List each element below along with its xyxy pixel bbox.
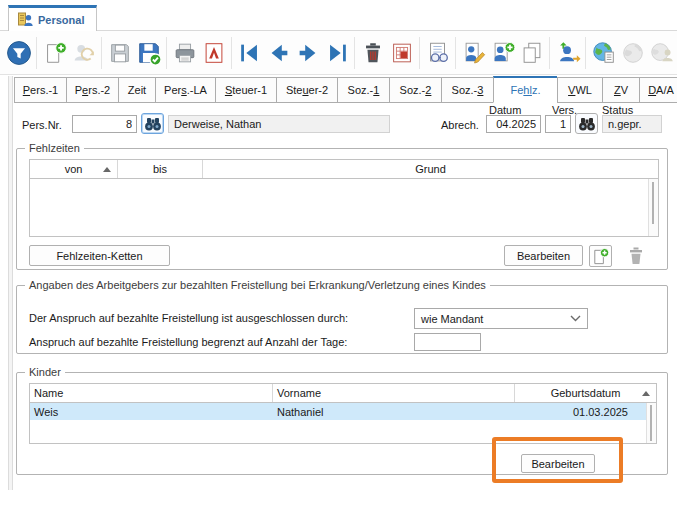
anzahl-tage-label: Anspruch auf bezahlte Freistellung begre…	[29, 336, 347, 348]
tab-soz1[interactable]: Soz.-1	[337, 77, 389, 103]
tab-label: Pers.-2	[75, 84, 110, 96]
tab-label: Soz.-2	[400, 84, 432, 96]
column-label: Grund	[415, 163, 446, 175]
tab-zv[interactable]: ZV	[602, 77, 639, 103]
fehlzeiten-bearbeiten-button[interactable]: Bearbeiten	[504, 245, 583, 266]
pers-nr-input[interactable]	[72, 115, 137, 133]
personnel-icon	[17, 11, 33, 29]
anzahl-tage-input[interactable]	[414, 333, 481, 351]
tab-pers2[interactable]: Pers.-2	[66, 77, 118, 103]
toolbar-nav-prev-button[interactable]	[264, 37, 293, 69]
tab-persla[interactable]: Pers.-LA	[155, 77, 215, 103]
table-row[interactable]: WeisNathaniel01.03.2025	[30, 403, 656, 420]
table-cell: Nathaniel	[273, 403, 515, 420]
tab-label: Fehlz.	[511, 84, 541, 96]
toolbar-save-checked-button[interactable]	[134, 37, 163, 69]
column-header-von[interactable]: von	[30, 160, 118, 178]
tab-soz3[interactable]: Soz.-3	[441, 77, 493, 103]
toolbar-save-button	[105, 37, 134, 69]
toolbar-nav-last-button[interactable]	[322, 37, 351, 69]
ausgeschlossen-label: Der Anspruch auf bezahlte Freistellung i…	[29, 312, 348, 324]
tab-steuer1[interactable]: Steuer-1	[215, 77, 276, 103]
employee-search-button[interactable]	[141, 113, 164, 134]
abrechnung-version-input[interactable]	[545, 115, 571, 133]
toolbar-print-button[interactable]	[170, 37, 199, 69]
column-label: Vorname	[277, 387, 321, 399]
add-fehlzeit-button[interactable]	[589, 245, 612, 267]
tab-label: Steuer-1	[225, 84, 267, 96]
toolbar-nav-first-button[interactable]	[235, 37, 264, 69]
page-tabstrip: Pers.-1Pers.-2ZeitPers.-LASteuer-1Steuer…	[14, 76, 677, 103]
fehlzeiten-scrollbar[interactable]	[648, 179, 658, 236]
column-label: Geburtsdatum	[551, 387, 621, 399]
toolbar-pdf-export-button[interactable]	[199, 37, 228, 69]
left-splitter[interactable]	[8, 76, 13, 490]
column-header-name[interactable]: Name	[30, 384, 273, 402]
tab-zeit[interactable]: Zeit	[118, 77, 155, 103]
toolbar-edit-person-button[interactable]	[459, 37, 488, 69]
tab-label: VWL	[568, 84, 592, 96]
kinder-groupbox: Kinder NameVornameGeburtsdatum WeisNatha…	[16, 372, 668, 475]
toolbar-globe-document-button[interactable]	[589, 37, 618, 69]
tab-fehlz[interactable]: Fehlz.	[493, 76, 557, 103]
fehlzeiten-ketten-button[interactable]: Fehlzeiten-Ketten	[29, 245, 170, 266]
toolbar-person-history-button	[69, 37, 98, 69]
tab-label: Soz.-1	[348, 84, 380, 96]
toolbar	[0, 31, 677, 75]
toolbar-new-document-button[interactable]	[40, 37, 69, 69]
toolbar-separator	[419, 37, 420, 69]
toolbar-transfer-person-button[interactable]	[553, 37, 582, 69]
tab-daa[interactable]: DA/A	[639, 77, 677, 103]
sort-ascending-icon	[642, 391, 650, 396]
employee-name-field: Derweise, Nathan	[168, 115, 390, 133]
freistellung-groupbox: Angaben des Arbeitgebers zur bezahlten F…	[16, 285, 668, 354]
column-label: bis	[153, 163, 167, 175]
toolbar-add-person-button[interactable]	[488, 37, 517, 69]
tab-label: Zeit	[128, 84, 146, 96]
fehlzeiten-group-title: Fehlzeiten	[25, 142, 84, 154]
toolbar-preview-button[interactable]	[423, 37, 452, 69]
kinder-table-body: WeisNathaniel01.03.2025	[30, 403, 656, 443]
toolbar-separator	[354, 37, 355, 69]
toolbar-globe-button	[618, 37, 647, 69]
toolbar-filter-menu-button[interactable]	[4, 37, 33, 69]
tab-pers1[interactable]: Pers.-1	[14, 77, 66, 103]
toolbar-separator	[166, 37, 167, 69]
tab-vwl[interactable]: VWL	[557, 77, 602, 103]
kinder-bearbeiten-button[interactable]: Bearbeiten	[521, 454, 595, 473]
sort-ascending-icon	[103, 167, 111, 172]
kinder-table-header: NameVornameGeburtsdatum	[30, 384, 656, 403]
tab-steuer2[interactable]: Steuer-2	[276, 77, 337, 103]
version-search-button[interactable]	[575, 113, 598, 134]
fehlzeiten-table-body	[30, 179, 658, 236]
toolbar-copy-button[interactable]	[517, 37, 546, 69]
tab-label: Pers.-LA	[164, 84, 207, 96]
table-cell: 01.03.2025	[515, 403, 656, 420]
delete-fehlzeit-icon[interactable]	[625, 245, 647, 267]
column-header-geburtsdatum[interactable]: Geburtsdatum	[515, 384, 656, 402]
column-header-vorname[interactable]: Vorname	[273, 384, 515, 402]
toolbar-separator	[585, 37, 586, 69]
toolbar-nav-next-button[interactable]	[293, 37, 322, 69]
column-label: von	[65, 163, 83, 175]
toolbar-payroll-button[interactable]	[387, 37, 416, 69]
kinder-table: NameVornameGeburtsdatum WeisNathaniel01.…	[29, 383, 657, 444]
toolbar-separator	[549, 37, 550, 69]
pers-nr-label: Pers.Nr.	[22, 119, 62, 131]
table-cell: Weis	[30, 403, 273, 420]
column-header-grund[interactable]: Grund	[203, 160, 658, 178]
ausgeschlossen-dropdown[interactable]: wie Mandant	[414, 308, 588, 329]
toolbar-delete-button[interactable]	[358, 37, 387, 69]
column-header-bis[interactable]: bis	[118, 160, 203, 178]
tab-soz2[interactable]: Soz.-2	[389, 77, 441, 103]
tab-label: ZV	[614, 84, 628, 96]
tab-label: Steuer-2	[286, 84, 328, 96]
kinder-scrollbar[interactable]	[646, 403, 656, 443]
kinder-group-title: Kinder	[25, 366, 65, 378]
tab-label: Pers.-1	[23, 84, 58, 96]
toolbar-separator	[36, 37, 37, 69]
fehlzeiten-table-header: vonbisGrund	[30, 160, 658, 179]
abrechnung-datum-input[interactable]	[486, 115, 541, 133]
status-field: n.gepr.	[602, 115, 662, 133]
personal-document-tab[interactable]: Personal	[8, 5, 97, 31]
